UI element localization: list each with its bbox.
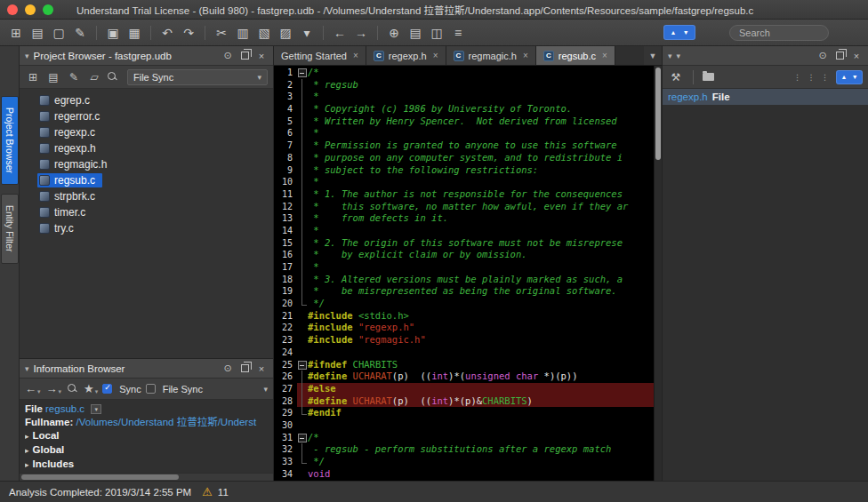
annotate-icon[interactable]: ▨	[277, 24, 294, 42]
chevron-down-icon[interactable]: ▾	[25, 364, 29, 373]
close-tab-icon[interactable]: ×	[353, 51, 358, 60]
entity-menu-icon[interactable]: ▾	[298, 24, 316, 42]
minimize-window-button[interactable]	[25, 4, 36, 15]
horizontal-scrollbar[interactable]	[20, 473, 273, 481]
file-item[interactable]: regmagic.h	[20, 156, 273, 172]
file-item[interactable]: try.c	[20, 220, 273, 236]
side-tab-entity-filter[interactable]: Entity Filter	[1, 194, 19, 264]
chevron-down-icon[interactable]: ▾	[677, 52, 681, 60]
code-line: 7 * Permission is granted to anyone to u…	[274, 139, 654, 152]
wrench-icon[interactable]: ⚒	[668, 71, 684, 84]
back-icon[interactable]: ←	[331, 24, 349, 42]
stepper-control[interactable]: ▲ ▼	[663, 25, 695, 40]
file-item[interactable]: regexp.h	[20, 140, 273, 156]
folder-icon[interactable]	[703, 71, 714, 84]
chevron-down-icon[interactable]: ▾	[263, 385, 268, 394]
add-file-icon[interactable]: ⊞	[25, 71, 41, 84]
info-file-value[interactable]: regsub.c	[45, 403, 84, 414]
entity-name[interactable]: regexp.h	[668, 92, 708, 102]
search-input[interactable]: Search	[729, 25, 829, 41]
chevron-down-icon[interactable]: ▾	[25, 52, 29, 60]
cut-icon[interactable]: ✂	[213, 24, 230, 42]
undo-icon[interactable]: ↶	[158, 24, 176, 42]
pin-icon[interactable]: ⊙	[816, 50, 829, 61]
close-panel-icon[interactable]: ×	[255, 51, 268, 61]
forward-icon[interactable]: →▾	[46, 382, 62, 395]
chevron-right-icon[interactable]: ▸	[25, 446, 29, 455]
side-tab-project-browser[interactable]: Project Browser	[1, 96, 19, 185]
file-item[interactable]: strpbrk.c	[20, 188, 273, 204]
warning-count[interactable]: 11	[218, 487, 229, 498]
fold-marker-icon[interactable]	[297, 359, 308, 371]
fold-guide	[297, 298, 308, 310]
search-icon[interactable]	[107, 71, 118, 83]
close-tab-icon[interactable]: ×	[602, 51, 607, 60]
sync-checkbox[interactable]	[102, 384, 112, 394]
tree-item[interactable]: ▸Global	[25, 443, 268, 458]
entity-dropdown[interactable]: ▾	[91, 404, 101, 414]
code-area[interactable]: 1/*2 * regsub3 *4 * Copyright (c) 1986 b…	[274, 66, 654, 481]
chevron-right-icon[interactable]: ▸	[25, 432, 29, 441]
fold-marker-icon[interactable]	[297, 432, 308, 444]
open-project-icon[interactable]: ▤	[28, 24, 46, 42]
tree-item[interactable]: ▸Includes	[25, 458, 268, 472]
info-fullname-value[interactable]: /Volumes/Understand 拉普拉斯/Underst	[76, 417, 257, 427]
close-panel-icon[interactable]: ×	[255, 363, 268, 374]
split-view-icon[interactable]: ◫	[428, 24, 446, 42]
close-tab-icon[interactable]: ×	[523, 51, 528, 60]
forward-icon[interactable]: →	[352, 24, 370, 42]
scrollbar-thumb[interactable]	[655, 68, 661, 160]
favorites-icon[interactable]: ★▾	[84, 382, 98, 395]
save-icon[interactable]: ▣	[104, 24, 122, 42]
pin-icon[interactable]: ⊙	[221, 50, 234, 61]
file-item[interactable]: egrep.c	[20, 92, 273, 108]
zoom-window-button[interactable]	[43, 4, 53, 15]
float-panel-icon[interactable]	[833, 51, 846, 61]
chevron-right-icon[interactable]: ▸	[25, 460, 29, 469]
file-item[interactable]: regsub.c	[20, 172, 273, 188]
close-panel-icon[interactable]: ×	[850, 51, 863, 61]
project-settings-icon[interactable]: ▢	[50, 24, 68, 42]
scrollbar-thumb[interactable]	[21, 474, 179, 480]
outline-view-icon[interactable]: ≡	[449, 24, 467, 42]
step-up-icon[interactable]: ▲	[670, 29, 676, 36]
float-panel-icon[interactable]	[238, 363, 251, 374]
save-all-icon[interactable]: ▦	[125, 24, 143, 42]
file-item[interactable]: regexp.c	[20, 124, 273, 140]
tree-item[interactable]: ▸Local	[25, 429, 268, 443]
line-number: 30	[274, 419, 297, 432]
tab-list-dropdown-icon[interactable]: ▼	[644, 46, 662, 65]
warning-icon[interactable]: ⚠	[202, 485, 213, 498]
redo-icon[interactable]: ↷	[180, 24, 197, 42]
file-sync-dropdown[interactable]: File Sync ▾	[127, 69, 268, 85]
new-file-icon[interactable]: ▤	[45, 71, 61, 84]
editor-tab-getting-started[interactable]: Getting Started×	[274, 46, 366, 65]
paste-icon[interactable]: ▧	[255, 24, 273, 42]
file-item[interactable]: regerror.c	[20, 108, 273, 124]
step-down-icon[interactable]: ▼	[852, 74, 858, 80]
copy-icon[interactable]: ▥	[234, 24, 252, 42]
float-panel-icon[interactable]	[238, 51, 251, 61]
edit-file-icon[interactable]: ✎	[66, 71, 82, 84]
file-sync-checkbox[interactable]	[146, 384, 156, 394]
step-down-icon[interactable]: ▼	[683, 29, 689, 36]
edit-source-icon[interactable]: ✎	[71, 24, 89, 42]
search-icon[interactable]	[67, 383, 78, 394]
back-icon[interactable]: ←▾	[25, 382, 41, 395]
pin-icon[interactable]: ⊙	[221, 363, 234, 374]
editor-tab-regexp-h[interactable]: Cregexp.h×	[366, 46, 446, 65]
close-window-button[interactable]	[7, 4, 18, 15]
stepper-control[interactable]: ▲ ▼	[836, 70, 863, 84]
editor-tab-regmagic-h[interactable]: Cregmagic.h×	[446, 46, 536, 65]
preview-doc-icon[interactable]: ▤	[406, 24, 424, 42]
new-project-icon[interactable]: ⊞	[7, 24, 25, 42]
step-up-icon[interactable]: ▲	[840, 74, 847, 80]
open-folder-icon[interactable]: ▱	[86, 71, 102, 84]
editor-tab-regsub-c[interactable]: Cregsub.c×	[536, 46, 615, 65]
fold-marker-icon[interactable]	[297, 67, 308, 79]
close-tab-icon[interactable]: ×	[433, 51, 438, 60]
web-browser-icon[interactable]: ⊕	[385, 24, 403, 42]
chevron-down-icon[interactable]: ▾	[668, 52, 672, 60]
file-item[interactable]: timer.c	[20, 204, 273, 220]
vertical-scrollbar[interactable]	[654, 66, 662, 481]
